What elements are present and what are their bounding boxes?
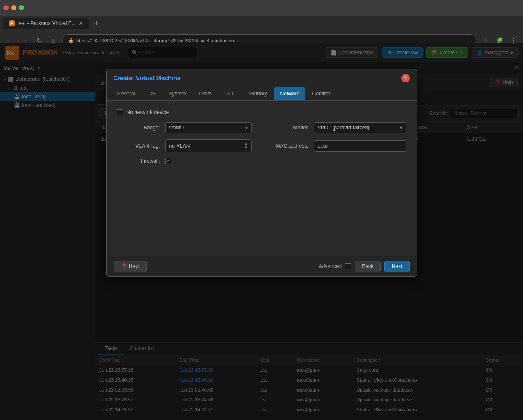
create-vm-modal: Create: Virtual Machine ✕ General OS Sys… xyxy=(106,69,417,277)
minimize-dot[interactable] xyxy=(11,5,16,10)
vlan-spinbox-arrows: ▲ ▼ xyxy=(244,142,248,149)
browser-titlebar xyxy=(0,0,523,16)
vlan-spinbox[interactable]: no VLAN ▲ ▼ xyxy=(165,139,252,152)
bridge-value: vmbr0 xyxy=(169,125,184,131)
tab-close-button[interactable]: ✕ xyxy=(79,20,84,26)
modal-close-button[interactable]: ✕ xyxy=(401,74,410,82)
modal-help-icon: ❓ xyxy=(121,263,127,269)
vlan-down-arrow[interactable]: ▼ xyxy=(244,146,248,149)
url-text: https://192.168.122.54:8006/#v1:0:=stora… xyxy=(76,38,241,43)
mac-label: MAC address: xyxy=(257,143,309,149)
modal-title: Create: Virtual Machine xyxy=(114,75,181,82)
model-select[interactable]: VirtIO (paravirtualized) ▾ xyxy=(314,122,406,133)
close-dot[interactable] xyxy=(3,5,9,10)
model-dropdown-icon: ▾ xyxy=(400,125,403,131)
model-label: Model: xyxy=(257,125,309,131)
advanced-checkbox[interactable] xyxy=(345,263,351,269)
model-value: VirtIO (paravirtualized) xyxy=(318,125,370,131)
modal-help-button[interactable]: ❓ Help xyxy=(114,261,147,272)
mac-value: auto xyxy=(318,143,328,149)
back-button[interactable]: Back xyxy=(355,261,381,272)
lock-icon: 🔒 xyxy=(68,38,74,43)
browser-dots xyxy=(3,5,24,10)
tab-disks[interactable]: Disks xyxy=(193,87,218,100)
modal-footer: ❓ Help Advanced Back Next xyxy=(107,256,417,276)
bridge-row: Bridge: vmbr0 ▾ Model: VirtIO (paravirtu… xyxy=(117,122,406,133)
tab-system[interactable]: System xyxy=(163,87,192,100)
bridge-dropdown-icon: ▾ xyxy=(245,125,248,131)
tab-confirm[interactable]: Confirm xyxy=(306,87,336,100)
vlan-value: no VLAN xyxy=(169,143,190,149)
footer-left: ❓ Help xyxy=(114,261,147,272)
tab-memory[interactable]: Memory xyxy=(242,87,273,100)
active-browser-tab[interactable]: P test - Proxmox Virtual E... ✕ xyxy=(3,18,89,29)
mac-input[interactable]: auto xyxy=(314,140,406,152)
no-network-checkbox[interactable] xyxy=(117,109,123,115)
modal-overlay: Create: Virtual Machine ✕ General OS Sys… xyxy=(0,43,523,420)
tab-general[interactable]: General xyxy=(111,87,142,100)
tab-cpu[interactable]: CPU xyxy=(219,87,241,100)
vlan-row: VLAN Tag: no VLAN ▲ ▼ MAC address: auto xyxy=(117,139,406,152)
bridge-label: Bridge: xyxy=(117,125,160,131)
tab-bar: P test - Proxmox Virtual E... ✕ + xyxy=(0,16,523,31)
bridge-select[interactable]: vmbr0 ▾ xyxy=(165,122,252,133)
no-network-label: No network device xyxy=(127,109,169,115)
tab-network[interactable]: Network xyxy=(274,87,305,100)
no-network-row: No network device xyxy=(117,109,406,115)
new-tab-button[interactable]: + xyxy=(91,17,103,29)
advanced-label: Advanced xyxy=(319,263,342,269)
tab-os[interactable]: OS xyxy=(142,87,162,100)
modal-body: No network device Bridge: vmbr0 ▾ Model:… xyxy=(107,101,417,256)
firewall-label: Firewall: xyxy=(117,158,160,164)
firewall-row: Firewall: ✓ xyxy=(117,158,406,164)
maximize-dot[interactable] xyxy=(19,5,24,10)
tab-favicon: P xyxy=(9,20,15,26)
firewall-checkbox[interactable]: ✓ xyxy=(165,158,171,164)
vlan-label: VLAN Tag: xyxy=(117,143,160,149)
footer-right: Advanced Back Next xyxy=(319,261,410,272)
tab-title: test - Proxmox Virtual E... xyxy=(17,20,76,26)
vlan-up-arrow[interactable]: ▲ xyxy=(244,142,248,145)
modal-tabs: General OS System Disks CPU Memory Netwo… xyxy=(107,87,417,101)
next-button[interactable]: Next xyxy=(384,261,410,272)
modal-header: Create: Virtual Machine ✕ xyxy=(107,69,417,87)
